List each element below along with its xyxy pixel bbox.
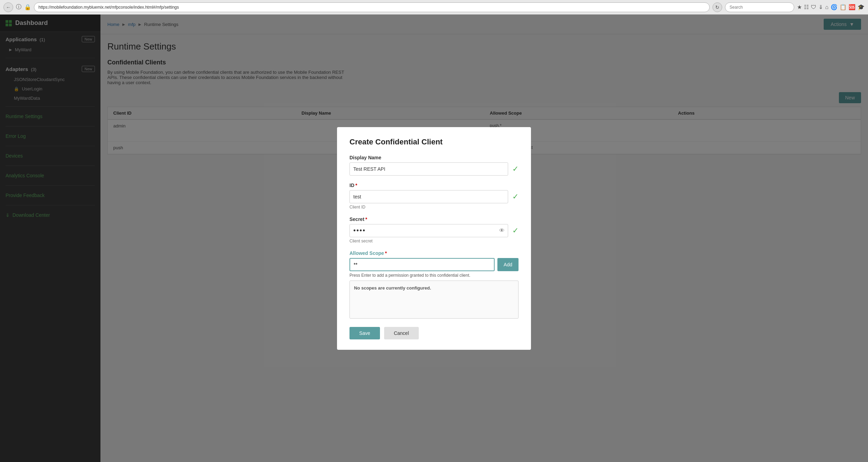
- id-label: ID*: [349, 183, 519, 188]
- puzzle-icon[interactable]: 🆘: [849, 4, 856, 10]
- id-input[interactable]: [349, 190, 508, 203]
- create-confidential-client-modal: Create Confidential Client Display Name …: [337, 127, 531, 350]
- download-icon[interactable]: ⇓: [818, 4, 823, 10]
- no-scopes-message: No scopes are currently configured.: [354, 285, 431, 291]
- secret-group: Secret* 👁 ✓ Client secret: [349, 216, 519, 243]
- modal-footer: Save Cancel: [349, 327, 519, 339]
- secret-required: *: [365, 216, 367, 222]
- show-password-icon[interactable]: 👁: [499, 228, 505, 234]
- cancel-button[interactable]: Cancel: [384, 327, 419, 339]
- id-row: ✓: [349, 190, 519, 203]
- display-name-group: Display Name ✓: [349, 155, 519, 176]
- allowed-scope-label: Allowed Scope*: [349, 250, 519, 256]
- bookmark-star-icon[interactable]: ★: [797, 4, 802, 10]
- save-button[interactable]: Save: [349, 327, 380, 339]
- back-button[interactable]: ←: [3, 2, 13, 12]
- scope-area: No scopes are currently configured.: [349, 281, 519, 319]
- secret-row: 👁 ✓: [349, 224, 519, 237]
- secret-hint: Client secret: [349, 239, 519, 243]
- secret-check-icon: ✓: [512, 226, 519, 235]
- bookmark-list-icon[interactable]: ☷: [804, 4, 809, 10]
- info-icon: ⓘ: [16, 3, 21, 11]
- id-group: ID* ✓ Client ID: [349, 183, 519, 210]
- display-name-label: Display Name: [349, 155, 519, 160]
- browser-chrome: ← ⓘ 🔒 ↻ ★ ☷ 🛡 ⇓ ⌂ 🌀 📋 🆘 🎓: [0, 0, 868, 15]
- display-name-row: ✓: [349, 162, 519, 176]
- browser-search-input[interactable]: [725, 2, 794, 12]
- display-name-check-icon: ✓: [512, 165, 519, 174]
- color-icon[interactable]: 🌀: [831, 4, 838, 10]
- add-scope-button[interactable]: Add: [497, 258, 519, 271]
- secret-input[interactable]: [349, 224, 508, 237]
- browser-toolbar-icons: ★ ☷ 🛡 ⇓ ⌂ 🌀 📋 🆘 🎓: [797, 4, 865, 10]
- reload-button[interactable]: ↻: [712, 2, 722, 12]
- allowed-scope-row: Add: [349, 258, 519, 271]
- id-hint: Client ID: [349, 205, 519, 210]
- allowed-scope-group: Allowed Scope* Add Press Enter to add a …: [349, 250, 519, 319]
- modal-title: Create Confidential Client: [349, 137, 519, 146]
- secret-label: Secret*: [349, 216, 519, 222]
- display-name-input[interactable]: [349, 162, 508, 176]
- secret-input-wrapper: 👁: [349, 224, 508, 237]
- mortar-board-icon[interactable]: 🎓: [858, 4, 865, 10]
- id-required: *: [355, 183, 357, 188]
- lock-icon: 🔒: [24, 4, 31, 10]
- allowed-scope-required: *: [385, 250, 387, 256]
- id-check-icon: ✓: [512, 192, 519, 201]
- scope-hint: Press Enter to add a permission granted …: [349, 273, 519, 278]
- url-bar[interactable]: [34, 2, 710, 12]
- home-icon[interactable]: ⌂: [825, 4, 829, 10]
- allowed-scope-input[interactable]: [349, 258, 495, 271]
- clipboard-icon[interactable]: 📋: [840, 4, 847, 10]
- modal-overlay: Create Confidential Client Display Name …: [0, 15, 868, 462]
- shield-icon[interactable]: 🛡: [811, 4, 816, 10]
